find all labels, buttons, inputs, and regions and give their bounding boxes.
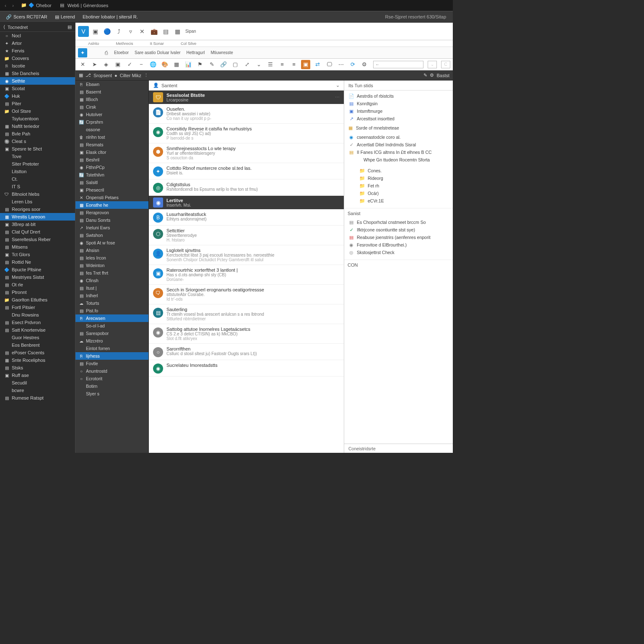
nav-back-icon[interactable]: ‹ bbox=[3, 3, 8, 8]
tool-btn-g[interactable]: ▦ bbox=[172, 26, 183, 37]
nav-item[interactable]: IT S bbox=[0, 183, 75, 190]
nav-item[interactable]: Tsylucentoon bbox=[0, 115, 75, 122]
feed-item[interactable]: ⬡SettcttierStreerttererodyeH. htstaro bbox=[149, 226, 344, 245]
inspector-row[interactable]: ▤Reabuse joenstrirs (aenfenres enporit bbox=[348, 234, 449, 241]
minus-icon[interactable]: − bbox=[137, 60, 146, 69]
feed-item[interactable]: BLusurharilteatstluckEihtyrs andonrrajme… bbox=[149, 209, 344, 226]
tree-item[interactable]: ▤Cirsk bbox=[75, 103, 148, 111]
feed-item[interactable]: ○SarorrifthenCsllurc d stosil sltest ju)… bbox=[149, 344, 344, 360]
feed-item[interactable]: ✦Cottdto Rbnof muntercre cnobe sl.ted la… bbox=[149, 163, 344, 179]
tree-item[interactable]: ☁Mlzcréro bbox=[75, 337, 148, 345]
caret-icon[interactable]: ⌄ bbox=[336, 83, 340, 88]
tree-item[interactable]: ↗Ineluni Ewrs bbox=[75, 224, 148, 231]
nav-item[interactable]: Litstton bbox=[0, 168, 75, 175]
tool-btn-e[interactable]: ✕ bbox=[137, 26, 148, 37]
highlight-icon[interactable]: ▣ bbox=[301, 60, 310, 69]
tree-item[interactable]: ▤Itust | bbox=[75, 284, 148, 292]
tree-item[interactable]: ▤Danu Sonrts bbox=[75, 216, 148, 224]
inspector-row[interactable]: ▣Intsmftmurge bbox=[348, 107, 449, 115]
nav-item[interactable]: ▤Clat Quf Drert bbox=[0, 228, 75, 236]
nav-item[interactable]: ▣Tct Glors bbox=[0, 251, 75, 258]
nav-item[interactable]: ▤Rottid Ne bbox=[0, 258, 75, 266]
tree-item[interactable]: ▤Swtshon bbox=[75, 231, 148, 239]
inspector-row[interactable]: 📁eCVr.1E bbox=[352, 197, 449, 205]
tree-item[interactable]: ossone bbox=[75, 126, 148, 133]
inspector-row[interactable]: ✓Arcertlatl Ditel Indrdmds Sisral bbox=[348, 141, 449, 148]
search-input[interactable]: ← bbox=[373, 61, 423, 68]
tree-item[interactable]: ◉FtthnPCp bbox=[75, 164, 148, 171]
inspector-row[interactable]: 📁Rideorg bbox=[352, 174, 449, 182]
tool-btn-f[interactable]: ▤ bbox=[160, 26, 171, 37]
tree-item[interactable]: ⎘Ebawn bbox=[75, 80, 148, 88]
nav-item[interactable]: ▤Piter bbox=[0, 100, 75, 107]
align-right-icon[interactable]: ≡ bbox=[289, 60, 299, 69]
nav-item[interactable]: 🛡Bltnoiot hlebs bbox=[0, 190, 75, 198]
nav-item[interactable]: ⎘Iscotie bbox=[0, 62, 75, 70]
nav-item[interactable]: Eos Benbrent bbox=[0, 341, 75, 349]
tool-btn-c[interactable]: ⤴ bbox=[113, 26, 124, 37]
save-icon[interactable]: ⎙ bbox=[101, 48, 111, 57]
nav-item[interactable]: ▣Spesre te Shct bbox=[0, 145, 75, 153]
collapse-icon[interactable]: ▤ bbox=[68, 24, 72, 30]
tree-item[interactable]: Eintot forren bbox=[75, 345, 148, 352]
arrow-icon[interactable]: ➤ bbox=[90, 60, 99, 69]
nav-item[interactable]: Secudil bbox=[0, 379, 75, 387]
nav-item[interactable]: ○Nocl bbox=[0, 32, 75, 39]
nav-item[interactable]: ◉Sethte bbox=[0, 77, 75, 85]
nav-item[interactable]: 🔷Huk bbox=[0, 92, 75, 100]
tree-item[interactable]: ☁Toturts bbox=[75, 299, 148, 307]
c-box[interactable]: C bbox=[441, 61, 450, 68]
inspector-row[interactable]: ◉Fesrovitoe d ElBrourthei.) bbox=[348, 241, 449, 249]
tree-item[interactable]: ▤Salsitl bbox=[75, 179, 148, 186]
tree-item[interactable]: ○Ecrotorit bbox=[75, 375, 148, 382]
menu-item-0[interactable]: 🔗Scers RC707AR bbox=[3, 13, 51, 21]
nav-item[interactable]: ▤Esect Prdvron bbox=[0, 319, 75, 326]
tree-item[interactable]: ◉Hutolver bbox=[75, 111, 148, 118]
more-icon[interactable]: ⋯ bbox=[335, 95, 340, 100]
inspector-row[interactable]: 📁Ocár) bbox=[352, 190, 449, 197]
nav-item[interactable]: ▣Ruff ase bbox=[0, 371, 75, 379]
tree-item[interactable]: 🔄Crprshrn bbox=[75, 118, 148, 126]
monitor-icon[interactable]: 🖵 bbox=[325, 60, 334, 69]
inspector-row[interactable]: ▤Es Choporhctal cnstmeet brccm So bbox=[348, 218, 449, 226]
feed-item[interactable]: ◉Sucrelateu Imorestadstts bbox=[149, 360, 344, 377]
feed-item[interactable]: ▤SauterlingTt ctenih vosesl bvá arescert… bbox=[149, 304, 344, 324]
inspector-row[interactable]: ▤Ksnrdtgsin bbox=[348, 100, 449, 107]
tree-item[interactable]: ▤Sarespobor bbox=[75, 330, 148, 337]
check-icon[interactable]: ✓ bbox=[125, 60, 134, 69]
tree-item[interactable]: 🗑nlrihn tost bbox=[75, 133, 148, 141]
back-icon[interactable]: ⟨ bbox=[3, 24, 5, 30]
tree-item[interactable]: ▤Wdeinton bbox=[75, 262, 148, 269]
flag-icon[interactable]: ⚑ bbox=[195, 60, 205, 69]
feed-item[interactable]: ◉Sattobg attutoe Inornelres Lsgetaácsetc… bbox=[149, 324, 344, 344]
feed-item[interactable]: ◉Coorsitidy Revese it catsfia fw nurhust… bbox=[149, 124, 344, 143]
feed-item[interactable]: 📄Ousefen.Dribesit awsstei i wtste)Co nan… bbox=[149, 104, 344, 124]
box-icon[interactable]: ▣ bbox=[113, 60, 122, 69]
nav-item[interactable]: ★Fervis bbox=[0, 47, 75, 55]
nav-item[interactable]: Siter Pretoter bbox=[0, 160, 75, 168]
nav-item[interactable]: 📁Ool Stsre bbox=[0, 107, 75, 115]
tree-item[interactable]: So-ol l-ad bbox=[75, 322, 148, 330]
tree-item[interactable]: ◉Cfinsh bbox=[75, 277, 148, 284]
nav-item[interactable]: ▤Mestriyes Sistst bbox=[0, 273, 75, 281]
grid-icon[interactable]: ▦ bbox=[172, 60, 181, 69]
nav-item[interactable]: bcwre bbox=[0, 387, 75, 394]
nav-item[interactable]: ▤Rumese Ratspt bbox=[0, 394, 75, 402]
inspector-row[interactable]: ✓Ifktrjcone osontiuntte stst sye) bbox=[348, 226, 449, 234]
tree-item[interactable]: ▤Basernt bbox=[75, 88, 148, 96]
tree-item[interactable]: Botirn bbox=[75, 382, 148, 390]
box2-icon[interactable]: ▢ bbox=[231, 60, 240, 69]
nav-item[interactable]: ▤Satt Knortenvise bbox=[0, 326, 75, 334]
down-icon[interactable]: ⌄ bbox=[254, 60, 263, 69]
nav-item[interactable]: 🔘Cleat s bbox=[0, 138, 75, 145]
tree-item[interactable]: ▤leles Ircon bbox=[75, 254, 148, 262]
tree-item[interactable]: ▤Resmats bbox=[75, 141, 148, 148]
nav-item[interactable]: ▦Ste Dancheis bbox=[0, 70, 75, 77]
tree-item[interactable]: ▤Pist.fo bbox=[75, 307, 148, 314]
tree-item[interactable]: ▤Ahsisn bbox=[75, 247, 148, 254]
refresh-icon[interactable]: ⟳ bbox=[348, 60, 357, 69]
nav-item[interactable]: Dnu Rowsins bbox=[0, 311, 75, 319]
inspector-row[interactable]: ↗Arcesttsot insortted bbox=[348, 115, 449, 122]
tool-btn-d[interactable]: ▿ bbox=[125, 26, 136, 37]
settings-icon[interactable]: ⚙ bbox=[360, 60, 369, 69]
